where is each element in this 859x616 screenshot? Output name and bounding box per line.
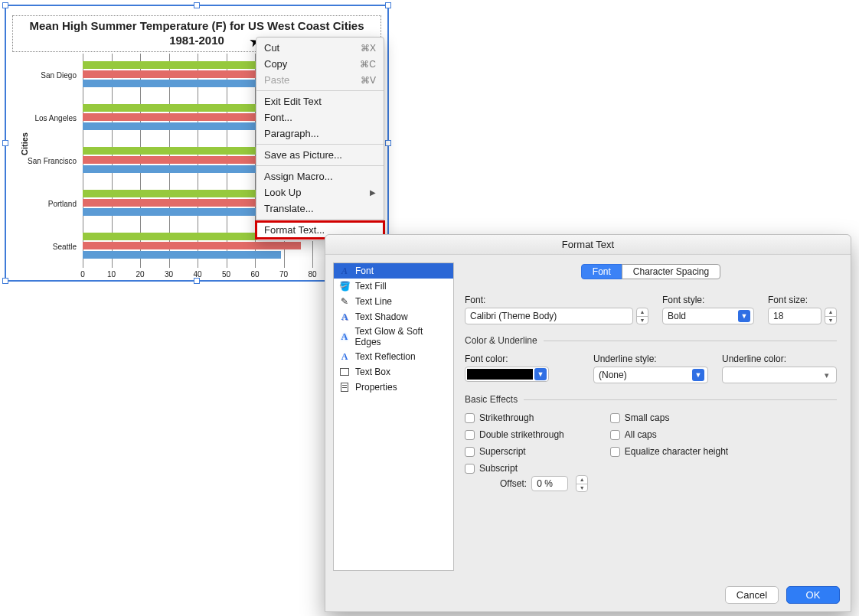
color-swatch-preview — [467, 369, 533, 380]
font-style-label: Font style: — [662, 295, 754, 305]
x-tick-label: 0 — [80, 270, 85, 279]
tab-font[interactable]: Font — [581, 264, 622, 279]
resize-handle[interactable] — [2, 278, 8, 284]
bar — [83, 242, 301, 249]
menu-label: Assign Macro... — [264, 171, 333, 182]
check-double-strikethrough[interactable]: Double strikethrough — [465, 429, 564, 440]
sidebar-item-label: Text Box — [355, 367, 390, 377]
check-label: Small caps — [625, 412, 670, 423]
dropdown-caret-icon: ▾ — [821, 369, 833, 381]
resize-handle[interactable] — [194, 2, 200, 8]
font-style-select[interactable]: Bold ▼ — [662, 308, 754, 324]
sidebar-item-text-line[interactable]: ✎Text Line — [334, 294, 453, 309]
y-tick-label: Portland — [21, 200, 83, 208]
select-value: Bold — [668, 311, 686, 321]
underline-color-select[interactable]: ▾ — [722, 367, 837, 383]
menu-exit-edit-text[interactable]: Exit Edit Text — [256, 93, 384, 109]
menu-label: Save as Picture... — [264, 149, 342, 161]
chevron-up-icon: ▲ — [825, 308, 836, 317]
font-input[interactable]: Calibri (Theme Body) — [465, 308, 633, 324]
menu-save-as-picture[interactable]: Save as Picture... — [256, 147, 384, 163]
menu-cut[interactable]: Cut ⌘X — [256, 40, 384, 56]
x-tick-label: 30 — [165, 270, 173, 279]
chevron-down-icon: ▼ — [576, 484, 587, 492]
sidebar-item-font[interactable]: AFont — [334, 263, 453, 279]
sidebar-item-text-shadow[interactable]: AText Shadow — [334, 309, 453, 324]
dropdown-caret-icon: ▼ — [534, 368, 547, 380]
sidebar-item-text-box[interactable]: Text Box — [334, 364, 453, 380]
dialog-sidebar: AFont🪣Text Fill✎Text LineAText ShadowATe… — [333, 262, 454, 571]
menu-assign-macro[interactable]: Assign Macro... — [256, 168, 384, 184]
textbox-icon — [338, 366, 351, 378]
offset-input[interactable]: 0 % — [531, 476, 568, 491]
dropdown-caret-icon: ▼ — [738, 310, 750, 322]
menu-font[interactable]: Font... — [256, 109, 384, 125]
check-label: Superscript — [479, 446, 526, 457]
menu-label: Paste — [264, 74, 289, 86]
sidebar-item-text-reflection[interactable]: AText Reflection — [334, 349, 453, 364]
menu-label: Translate... — [264, 203, 314, 214]
checkbox-icon — [610, 413, 620, 423]
tab-character-spacing[interactable]: Character Spacing — [622, 264, 720, 279]
check-label: Double strikethrough — [479, 429, 564, 440]
y-tick-label: Los Angeles — [21, 114, 83, 122]
resize-handle[interactable] — [2, 140, 8, 146]
properties-icon — [338, 381, 351, 393]
menu-copy[interactable]: Copy ⌘C — [256, 56, 384, 72]
font-color-label: Font color: — [465, 354, 580, 364]
offset-stepper[interactable]: ▲▼ — [576, 475, 588, 492]
check-label: Equalize character height — [625, 446, 728, 457]
ok-button[interactable]: OK — [786, 586, 840, 604]
menu-shortcut: ⌘C — [360, 59, 376, 70]
check-label: All caps — [625, 429, 657, 440]
letter-shadow-icon: A — [338, 311, 351, 323]
resize-handle[interactable] — [2, 2, 8, 8]
check-equalize-height[interactable]: Equalize character height — [610, 446, 728, 457]
sidebar-item-label: Text Line — [355, 296, 392, 307]
menu-separator — [256, 165, 384, 166]
menu-label: Paragraph... — [264, 128, 319, 139]
tab-group: Font Character Spacing — [465, 264, 837, 279]
sidebar-item-label: Font — [355, 266, 374, 276]
sidebar-item-label: Text Fill — [355, 281, 387, 292]
check-small-caps[interactable]: Small caps — [610, 412, 728, 423]
bar — [83, 165, 273, 173]
menu-look-up[interactable]: Look Up ▶ — [256, 184, 384, 200]
menu-label: Format Text... — [264, 224, 325, 236]
bar — [83, 251, 281, 259]
menu-label: Cut — [264, 42, 279, 54]
resize-handle[interactable] — [194, 278, 200, 284]
chevron-down-icon: ▼ — [637, 317, 648, 324]
resize-handle[interactable] — [385, 140, 391, 146]
sidebar-item-properties[interactable]: Properties — [334, 380, 453, 395]
cancel-button[interactable]: Cancel — [725, 586, 779, 604]
sidebar-item-label: Text Shadow — [355, 311, 408, 322]
resize-handle[interactable] — [385, 2, 391, 8]
menu-label: Exit Edit Text — [264, 96, 322, 107]
font-color-picker[interactable]: ▼ — [465, 367, 549, 382]
menu-paragraph[interactable]: Paragraph... — [256, 125, 384, 142]
sidebar-item-text-fill[interactable]: 🪣Text Fill — [334, 279, 453, 294]
x-tick-label: 70 — [279, 270, 288, 279]
check-subscript[interactable]: Subscript — [465, 463, 564, 474]
check-strikethrough[interactable]: Strikethrough — [465, 412, 564, 423]
checkbox-icon — [465, 413, 475, 423]
bucket-icon: 🪣 — [338, 280, 351, 292]
menu-label: Look Up — [264, 187, 301, 198]
chevron-down-icon: ▼ — [825, 317, 836, 324]
dialog-title: Format Text — [325, 235, 851, 255]
check-all-caps[interactable]: All caps — [610, 429, 728, 440]
underline-style-select[interactable]: (None) ▼ — [593, 367, 708, 383]
sidebar-item-text-glow-soft-edges[interactable]: AText Glow & Soft Edges — [334, 324, 453, 349]
checkbox-icon — [465, 430, 475, 440]
check-superscript[interactable]: Superscript — [465, 446, 564, 457]
x-tick-label: 50 — [222, 270, 230, 279]
font-size-stepper[interactable]: ▲▼ — [825, 308, 837, 324]
sidebar-item-label: Properties — [355, 382, 397, 393]
font-stepper[interactable]: ▲▼ — [636, 308, 648, 324]
font-italic-icon: A — [338, 265, 351, 277]
x-tick-label: 60 — [250, 270, 259, 279]
menu-translate[interactable]: Translate... — [256, 200, 384, 217]
chevron-up-icon: ▲ — [637, 308, 648, 317]
font-size-input[interactable]: 18 — [768, 308, 821, 324]
